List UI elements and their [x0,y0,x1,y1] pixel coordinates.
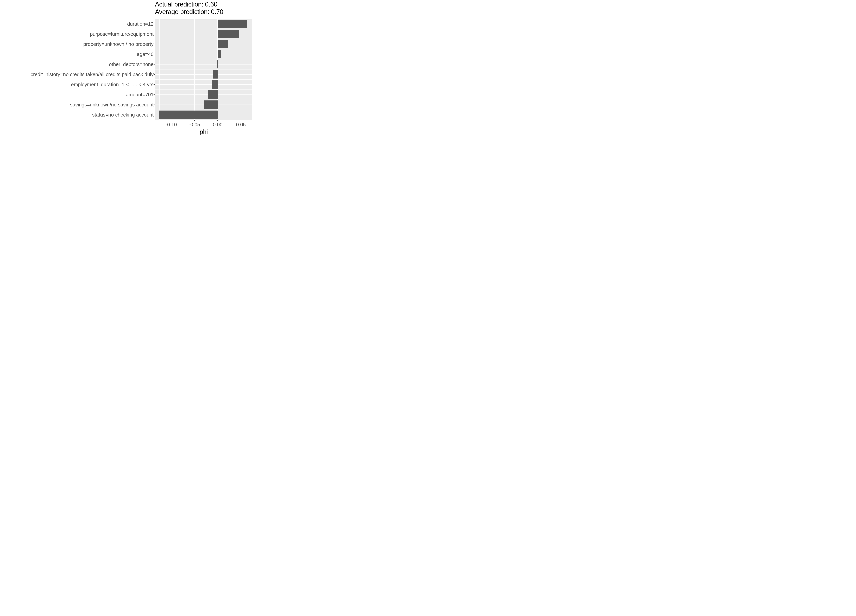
bar [217,60,218,68]
y-tick-label: purpose=furniture/equipment [0,31,154,37]
y-tick-label: property=unknown / no property [0,41,154,47]
x-tick-label: -0.05 [189,122,200,128]
bar [218,40,228,48]
bar [159,111,218,119]
gridline-horizontal-minor [155,79,252,80]
bar [218,30,239,38]
y-tick-label: credit_history=no credits taken/all cred… [0,72,154,77]
gridline-horizontal [155,84,252,85]
bar [218,20,247,28]
x-tick-mark [194,120,195,121]
y-tick-mark [154,94,155,95]
y-tick-label: status=no checking account [0,112,154,118]
gridline-horizontal [155,74,252,75]
title-line-1: Actual prediction: 0.60 [155,1,252,8]
bar [204,100,218,109]
gridline-horizontal [155,64,252,65]
y-tick-label: savings=unknown/no savings account [0,102,154,108]
y-tick-mark [154,24,155,24]
x-tick-label: 0.05 [236,122,246,128]
bar [213,70,218,78]
chart-title: Actual prediction: 0.60 Average predicti… [155,1,252,15]
plot-panel [155,19,252,120]
gridline-horizontal-minor [155,89,252,90]
y-tick-mark [154,115,155,115]
gridline-horizontal [155,94,252,95]
x-tick-label: 0.00 [213,122,222,128]
y-tick-label: age=40 [0,51,154,57]
bar [218,50,222,58]
y-tick-label: amount=701 [0,92,154,97]
bar [212,80,218,89]
title-line-2: Average prediction: 0.70 [155,8,252,16]
gridline-horizontal-minor [155,39,252,39]
gridline-horizontal [155,54,252,54]
gridline-horizontal-minor [155,49,252,49]
x-axis-label: phi [200,128,208,135]
x-tick-label: -0.10 [166,122,177,128]
y-tick-mark [154,104,155,105]
x-tick-mark [217,120,218,121]
y-tick-label: duration=12 [0,21,154,27]
y-tick-mark [154,64,155,65]
x-tick-mark [241,120,241,121]
y-tick-mark [154,34,155,34]
bar [208,91,218,99]
y-tick-mark [154,74,155,75]
y-tick-label: employment_duration=1 <= ... < 4 yrs [0,81,154,87]
chart-container: Actual prediction: 0.60 Average predicti… [0,0,254,138]
y-tick-label: other_debtors=none [0,61,154,67]
y-tick-mark [154,84,155,85]
x-tick-mark [171,120,171,121]
y-tick-mark [154,54,155,54]
